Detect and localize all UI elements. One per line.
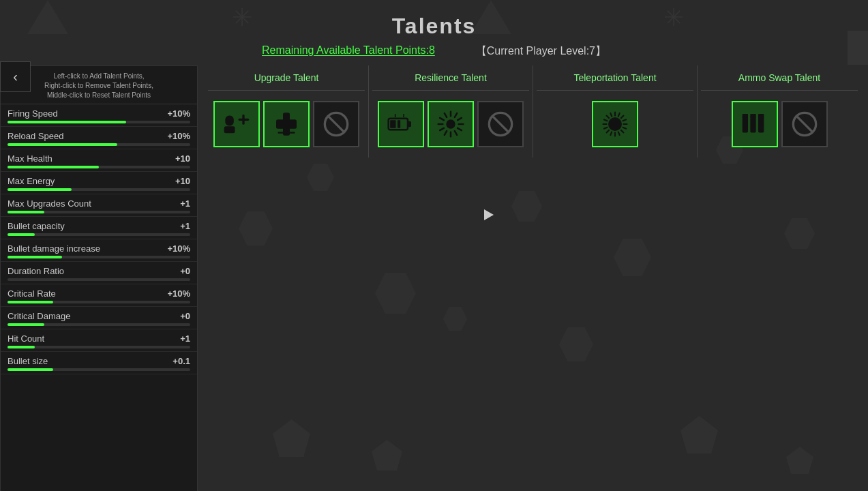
stat-name: Critical Rate (8, 288, 56, 299)
stat-item[interactable]: Duration Ratio +0 (1, 262, 197, 284)
talent-columns: Upgrade Talent Resilience Talent (205, 65, 861, 158)
stat-name: Duration Ratio (8, 266, 64, 276)
svg-line-44 (618, 113, 620, 117)
stat-bar (8, 188, 72, 191)
talent-header-upgrade: Upgrade Talent (208, 65, 365, 91)
svg-line-26 (455, 113, 457, 117)
stat-bar-container (8, 143, 190, 146)
stat-bar (8, 368, 53, 371)
talent-icon-add-player[interactable] (213, 101, 260, 147)
stat-bar-container (8, 256, 190, 258)
stat-name: Firing Speed (8, 108, 58, 119)
stat-bar-container (8, 346, 190, 348)
back-button[interactable]: ‹ (0, 61, 31, 92)
stat-item[interactable]: Bullet damage increase +10% (1, 239, 197, 262)
stat-item[interactable]: Max Health +10 (1, 149, 197, 172)
player-level-label: 【Current Player Level:7】 (476, 44, 606, 59)
svg-line-18 (455, 131, 457, 135)
stats-panel: Left-click to Add Talent Points, Right-c… (0, 65, 198, 491)
svg-line-8 (328, 116, 344, 132)
talent-icon-health-up[interactable] (263, 101, 310, 147)
talent-icons-ammo-swap (701, 91, 858, 158)
stat-bar-container (8, 368, 190, 371)
svg-rect-50 (750, 114, 755, 117)
stat-item[interactable]: Max Upgrades Count +1 (1, 194, 197, 217)
stat-bar-container (8, 233, 190, 236)
stat-item[interactable]: Hit Count +1 (1, 329, 197, 352)
svg-rect-48 (742, 114, 747, 117)
svg-rect-49 (750, 116, 755, 133)
svg-line-38 (603, 128, 608, 130)
stat-value: +0 (180, 311, 190, 321)
stat-bar-container (8, 166, 190, 168)
svg-line-24 (445, 113, 447, 117)
talent-icon-no-ammo[interactable] (781, 101, 828, 147)
talent-icon-ammo[interactable] (732, 101, 778, 147)
stat-name: Max Energy (8, 176, 55, 186)
stat-bar (8, 166, 99, 168)
header: Talents Remaining Available Talent Point… (0, 0, 868, 59)
stat-item[interactable]: Max Energy +10 (1, 172, 197, 194)
svg-line-45 (620, 115, 624, 119)
talent-icons-upgrade (208, 91, 365, 158)
talent-icon-no-resilience[interactable] (477, 101, 524, 147)
stat-name: Max Health (8, 153, 53, 164)
talent-icons-teleportation (537, 91, 693, 158)
page-title: Talents (0, 14, 868, 39)
talent-column-teleportation: Teleportation Talent (533, 65, 698, 158)
stat-name: Critical Damage (8, 311, 70, 321)
talent-icon-burst[interactable] (428, 101, 474, 147)
svg-line-46 (623, 119, 627, 121)
talent-icons-resilience (372, 91, 529, 158)
talent-column-resilience: Resilience Talent (369, 65, 533, 158)
stat-bar (8, 121, 126, 123)
stat-item[interactable]: Reload Speed +10% (1, 127, 197, 149)
stat-value: +10% (167, 131, 190, 141)
stat-bar-container (8, 188, 190, 191)
stat-value: +1 (180, 333, 190, 344)
stat-value: +1 (180, 198, 190, 209)
svg-rect-51 (758, 116, 764, 133)
stat-value: +1 (180, 221, 190, 231)
stat-bar (8, 323, 44, 326)
talent-column-upgrade: Upgrade Talent (205, 65, 369, 158)
stat-item[interactable]: Bullet capacity +1 (1, 217, 197, 239)
stat-name: Bullet damage increase (8, 243, 100, 254)
talent-points-label: Remaining Available Talent Points:8 (262, 44, 435, 59)
stat-value: +10 (175, 176, 190, 186)
stat-item[interactable]: Bullet size +0.1 (1, 352, 197, 374)
talents-panel: Upgrade Talent Resilience Talent (198, 65, 868, 491)
stat-bar (8, 301, 53, 303)
svg-rect-0 (225, 116, 234, 126)
stat-value: +10% (167, 288, 190, 299)
stat-bar-container (8, 323, 190, 326)
stat-item[interactable]: Critical Rate +10% (1, 284, 197, 307)
svg-line-20 (445, 131, 447, 135)
talent-icon-spiky[interactable] (592, 101, 638, 147)
stat-name: Hit Count (8, 333, 44, 344)
svg-point-15 (446, 119, 455, 128)
svg-line-33 (620, 130, 624, 133)
stat-bar-container (8, 121, 190, 123)
stat-bar (8, 346, 35, 348)
talent-icon-battery[interactable] (378, 101, 424, 147)
stat-name: Reload Speed (8, 131, 63, 141)
stat-item[interactable]: Critical Damage +0 (1, 307, 197, 329)
stat-name: Bullet capacity (8, 221, 65, 231)
talent-header-ammo-swap: Ammo Swap Talent (701, 65, 858, 91)
talent-header-teleportation: Teleportation Talent (537, 65, 693, 91)
svg-line-42 (610, 113, 612, 117)
stat-bar (8, 233, 35, 236)
stat-value: +10 (175, 153, 190, 164)
stat-bar (8, 256, 62, 258)
stat-bar (8, 143, 117, 146)
stat-list: Firing Speed +10% Reload Speed +10% Max … (1, 104, 197, 374)
svg-line-21 (440, 128, 444, 130)
stat-bar-container (8, 211, 190, 213)
svg-line-32 (623, 128, 627, 130)
svg-rect-52 (758, 114, 764, 117)
talent-icon-no-upgrade[interactable] (313, 101, 359, 147)
talent-column-ammo-swap: Ammo Swap Talent (698, 65, 861, 158)
stat-item[interactable]: Firing Speed +10% (1, 104, 197, 127)
svg-rect-10 (390, 120, 395, 128)
